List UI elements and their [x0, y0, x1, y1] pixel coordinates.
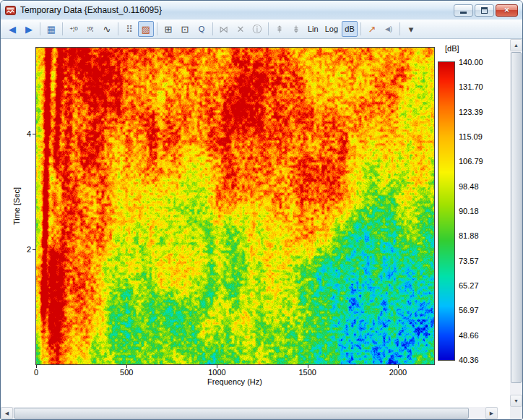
window-title: Temporary Data {Exhaust_0.116095} — [20, 5, 162, 15]
spectrogram-heatmap[interactable] — [35, 47, 435, 365]
y-axis-scale-icon: ¦0¦ — [87, 26, 94, 32]
vertical-scrollbar: ▲ ▼ — [510, 39, 522, 407]
colorbar-tick-label: 131.70 — [459, 82, 483, 91]
speaker-button[interactable]: ◀) — [381, 21, 397, 37]
app-window: Temporary Data {Exhaust_0.116095} ✕ ◀▶▦+… — [0, 0, 523, 420]
toolbar-separator — [360, 22, 361, 35]
magnifier-button[interactable]: Q — [194, 21, 209, 37]
window-controls: ✕ — [454, 4, 518, 17]
maximize-button[interactable] — [475, 4, 494, 17]
minimize-icon — [460, 12, 467, 14]
content-area: [dB] Frequency (Hz) Time [Sec] 050010001… — [1, 39, 522, 419]
log-label: Log — [325, 25, 338, 33]
minimize-button[interactable] — [454, 4, 473, 17]
colorbar-tick-label: 90.18 — [459, 207, 479, 215]
horizontal-scrollbar: ◀ ▶ — [1, 407, 498, 419]
toolbar-separator — [157, 22, 157, 35]
x-axis-label: Frequency (Hz) — [207, 377, 262, 386]
toolbar-separator — [212, 22, 213, 35]
colorbar-tick-label: 98.48 — [459, 182, 479, 191]
lin-scale-button[interactable]: Lin — [305, 21, 321, 37]
info-button: ⓘ — [249, 21, 265, 37]
colorbar-tick-label: 56.97 — [459, 306, 479, 314]
export-down-button: ⇟ — [288, 21, 304, 37]
maximize-icon — [481, 7, 488, 14]
x-tick-label: 1500 — [298, 368, 316, 377]
play-icon: ▶ — [25, 25, 33, 34]
chart-area: [dB] Frequency (Hz) Time [Sec] 050010001… — [1, 39, 510, 407]
y-axis-scale-button[interactable]: ¦0¦ — [82, 21, 98, 37]
colorbar-unit-label: [dB] — [445, 44, 459, 53]
scroll-down-button[interactable]: ▼ — [510, 395, 522, 407]
toolbar-separator — [62, 22, 63, 35]
app-icon — [5, 5, 16, 16]
export-up-button: ⇞ — [272, 21, 288, 37]
lin-label: Lin — [308, 25, 319, 33]
toolbar-separator — [268, 22, 269, 35]
grid-icon: ⠿ — [126, 25, 133, 34]
scrollbar-corner — [510, 407, 522, 419]
close-button[interactable]: ✕ — [496, 4, 518, 17]
db-label: dB — [345, 25, 354, 33]
play-button[interactable]: ▶ — [21, 21, 37, 37]
auto-scale-button[interactable]: ∿ — [99, 21, 115, 37]
colorbar — [438, 61, 455, 361]
y-tick-label: 2 — [18, 245, 31, 254]
db-scale-button[interactable]: dB — [342, 21, 358, 37]
close-icon: ✕ — [504, 7, 510, 14]
titlebar[interactable]: Temporary Data {Exhaust_0.116095} ✕ — [1, 1, 522, 20]
x-tick-label: 0 — [34, 368, 38, 377]
send-to-button[interactable]: ↗ — [364, 21, 380, 37]
colorbar-tick-label: 115.09 — [459, 132, 483, 141]
delete-icon: ✕ — [237, 25, 245, 34]
previous-button[interactable]: ◀ — [4, 21, 20, 37]
horizontal-scroll-thumb[interactable] — [14, 408, 469, 419]
colorbar-tick-label: 65.27 — [459, 281, 479, 290]
toolbar-separator — [40, 22, 40, 35]
zoom-reset-icon: ⊡ — [181, 25, 189, 34]
arrow-down-icon: ⇟ — [293, 25, 301, 34]
scroll-left-button[interactable]: ◀ — [1, 407, 13, 419]
spectrogram-view-button[interactable]: ▨ — [138, 21, 154, 37]
colorbar-tick-label: 48.66 — [459, 331, 479, 340]
x-tick-label: 2000 — [389, 368, 407, 377]
colorbar-tick-label: 140.00 — [459, 58, 483, 67]
x-tick-label: 1000 — [208, 368, 225, 377]
log-scale-button[interactable]: Log — [322, 21, 341, 37]
speaker-icon: ◀) — [385, 26, 392, 33]
marker-button: ⋈ — [216, 21, 232, 37]
send-to-icon: ↗ — [368, 25, 376, 34]
toolbar-separator — [399, 22, 400, 35]
tile-windows-icon: ▦ — [47, 25, 56, 34]
y-axis-label: Time [Sec] — [12, 187, 21, 225]
grid-button[interactable]: ⠿ — [121, 21, 137, 37]
zoom-selection-button[interactable]: ⊞ — [160, 21, 176, 37]
x-tick-label: 500 — [120, 368, 133, 377]
toolbar-overflow-button[interactable]: ▾ — [403, 21, 419, 37]
colorbar-tick-label: 123.39 — [459, 108, 483, 116]
info-icon: ⓘ — [253, 25, 262, 34]
x-axis-scale-icon: +¦0 — [69, 26, 77, 32]
toolbar: ◀▶▦+¦0¦0¦∿⠿▨⊞⊡Q⋈✕ⓘ⇞⇟LinLogdB↗◀)▾ — [1, 20, 522, 39]
spectrogram-icon: ▨ — [142, 25, 150, 34]
toolbar-separator — [118, 22, 118, 35]
magnifier-icon: Q — [199, 25, 205, 33]
arrow-up-icon: ⇞ — [276, 25, 284, 34]
scroll-up-button[interactable]: ▲ — [510, 39, 522, 51]
colorbar-tick-label: 106.79 — [459, 157, 483, 166]
tile-windows-button[interactable]: ▦ — [43, 21, 59, 37]
zoom-reset-button[interactable]: ⊡ — [177, 21, 193, 37]
y-tick-mark — [33, 134, 35, 134]
colorbar-tick-label: 40.36 — [459, 356, 479, 364]
colorbar-tick-label: 73.57 — [459, 257, 479, 265]
curve-scale-icon: ∿ — [103, 25, 111, 34]
colorbar-tick-label: 81.88 — [459, 231, 479, 240]
vertical-scroll-thumb[interactable] — [511, 52, 522, 383]
previous-icon: ◀ — [9, 25, 16, 34]
y-tick-label: 4 — [18, 129, 31, 138]
chevron-down-icon: ▾ — [409, 25, 414, 34]
y-tick-mark — [33, 249, 35, 250]
x-axis-scale-button[interactable]: +¦0 — [66, 21, 82, 37]
delete-marker-button: ✕ — [233, 21, 248, 37]
scroll-right-button[interactable]: ▶ — [485, 407, 498, 419]
